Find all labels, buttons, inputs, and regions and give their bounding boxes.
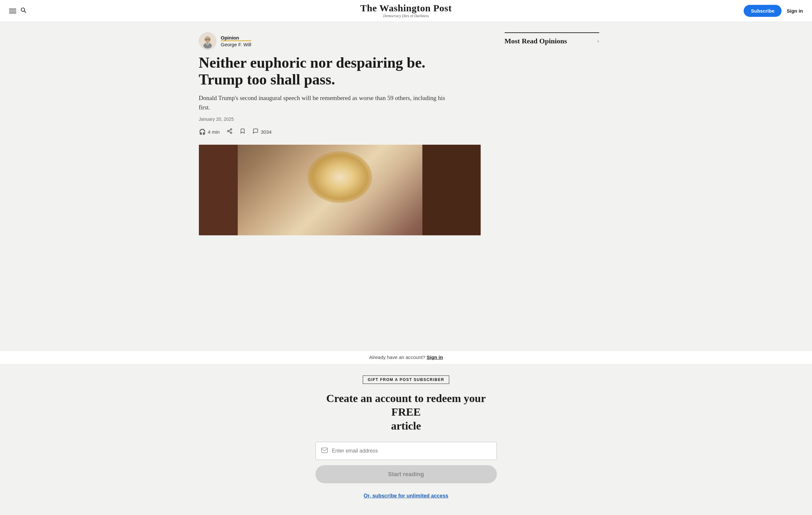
comment-icon [253, 128, 258, 135]
most-read-title: Most Read Opinions [504, 37, 567, 45]
svg-line-12 [229, 130, 231, 131]
header-right: Subscribe Sign in [744, 5, 803, 17]
most-read-header: Most Read Opinions › [504, 37, 599, 45]
site-tagline: Democracy Dies in Darkness [360, 13, 452, 19]
subscribe-button[interactable]: Subscribe [744, 5, 782, 17]
chandelier-decoration [308, 151, 372, 203]
gift-modal-overlay: Already have an account? Sign in GIFT FR… [0, 350, 812, 515]
sidebar-column: Most Read Opinions › [497, 22, 607, 235]
comments-count: 3034 [261, 129, 271, 135]
site-brand: The Washington Post Democracy Dies in Da… [360, 3, 452, 19]
article-date: January 20, 2025 [199, 117, 484, 122]
article-column: Opinion George F. Will Neither euphoric … [179, 22, 497, 235]
most-read-more-button[interactable]: › [597, 38, 599, 44]
modal-content: GIFT FROM A POST SUBSCRIBER Create an ac… [309, 364, 503, 515]
author-name: George F. Will [221, 42, 251, 47]
site-title: The Washington Post [360, 3, 452, 13]
gift-badge: GIFT FROM A POST SUBSCRIBER [363, 375, 449, 384]
article-actions: 🎧 4 min [199, 128, 484, 135]
search-icon[interactable] [20, 7, 27, 15]
share-button[interactable] [227, 128, 233, 135]
page-body: Opinion George F. Will Neither euphoric … [179, 22, 633, 235]
email-input-wrapper [316, 442, 497, 460]
comments-button[interactable]: 3034 [253, 128, 271, 135]
signin-button[interactable]: Sign in [787, 8, 803, 13]
modal-headline: Create an account to redeem your FREE ar… [316, 392, 497, 433]
already-account-text: Already have an account? [369, 355, 425, 360]
article-subheadline: Donald Trump's second inaugural speech w… [199, 94, 452, 112]
svg-rect-13 [321, 448, 327, 453]
email-input[interactable] [332, 448, 491, 454]
menu-button[interactable] [9, 9, 16, 13]
section-label[interactable]: Opinion [221, 35, 251, 41]
bookmark-button[interactable] [240, 128, 245, 135]
share-icon [227, 128, 233, 135]
author-row: Opinion George F. Will [199, 32, 484, 50]
signin-link[interactable]: Sign in [427, 355, 443, 360]
listen-button[interactable]: 🎧 4 min [199, 128, 220, 135]
header-left [9, 7, 27, 15]
listen-duration: 4 min [208, 129, 220, 135]
bookmark-icon [240, 128, 245, 135]
article-headline: Neither euphoric nor despairing be. Trum… [199, 54, 458, 88]
most-read-section: Most Read Opinions › [504, 32, 599, 45]
svg-line-11 [229, 131, 231, 132]
avatar [199, 32, 216, 50]
article-image [199, 145, 481, 235]
site-header: The Washington Post Democracy Dies in Da… [0, 0, 812, 22]
headphones-icon: 🎧 [199, 128, 206, 135]
email-icon [321, 447, 328, 455]
author-info: Opinion George F. Will [221, 35, 251, 47]
subscribe-unlimited-link[interactable]: Or, subscribe for unlimited access [316, 493, 497, 499]
svg-line-1 [24, 11, 26, 12]
svg-point-7 [203, 43, 212, 49]
already-account-bar: Already have an account? Sign in [0, 350, 812, 364]
start-reading-button[interactable]: Start reading [316, 465, 497, 483]
